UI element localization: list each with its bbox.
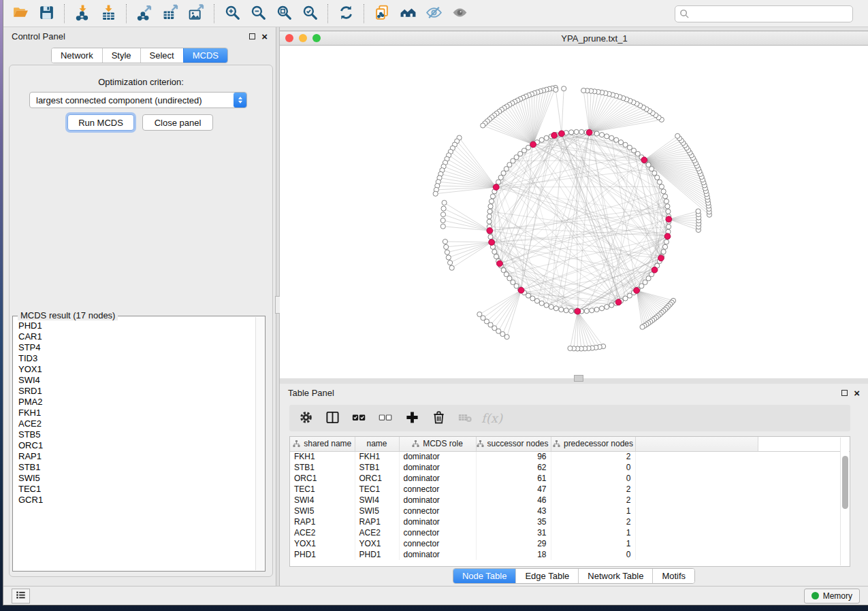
table-row[interactable]: SWI5SWI5connector431 (290, 506, 850, 516)
cell-shared-name[interactable]: PHD1 (290, 549, 355, 560)
tab-edge-table[interactable]: Edge Table (515, 569, 578, 583)
network-edge[interactable] (574, 312, 577, 349)
cell-MCDS-role[interactable]: dominator (399, 495, 476, 506)
network-node[interactable] (448, 261, 453, 265)
tab-select[interactable]: Select (140, 48, 183, 63)
cell-successor-nodes[interactable]: 47 (476, 484, 551, 495)
column-header-MCDS-role[interactable]: MCDS role (399, 437, 476, 451)
mcds-result-item[interactable]: SWI5 (18, 473, 255, 484)
cell-successor-nodes[interactable]: 43 (476, 506, 551, 516)
cell-MCDS-role[interactable]: connector (399, 506, 476, 516)
mcds-hub-node[interactable] (641, 157, 647, 163)
network-node[interactable] (559, 307, 564, 312)
network-edge[interactable] (590, 118, 659, 133)
zoom-fit-button[interactable] (271, 3, 297, 24)
mcds-hub-node[interactable] (615, 299, 622, 306)
cell-successor-nodes[interactable]: 46 (476, 495, 551, 506)
cell-name[interactable]: RAP1 (355, 516, 399, 527)
network-edge[interactable] (556, 90, 562, 133)
mcds-result-item[interactable]: SRD1 (18, 386, 255, 397)
network-edge[interactable] (494, 291, 521, 329)
float-panel-icon[interactable] (841, 390, 848, 396)
mcds-hub-node[interactable] (575, 308, 581, 314)
network-edge[interactable] (611, 138, 637, 291)
network-node[interactable] (490, 194, 495, 199)
mcds-hub-node[interactable] (634, 287, 640, 293)
run-mcds-button[interactable]: Run MCDS (67, 114, 134, 131)
network-node[interactable] (501, 171, 506, 176)
network-node[interactable] (442, 200, 447, 205)
mcds-result-item[interactable]: SWI4 (18, 375, 255, 386)
network-edge[interactable] (533, 90, 543, 144)
splitter-grip[interactable] (574, 375, 583, 382)
network-node[interactable] (609, 303, 614, 308)
mcds-result-item[interactable]: TID3 (18, 353, 255, 364)
network-node[interactable] (487, 209, 492, 214)
network-edge[interactable] (524, 292, 595, 310)
cell-predecessor-nodes[interactable]: 1 (551, 527, 635, 538)
cell-successor-nodes[interactable]: 96 (476, 451, 551, 462)
cell-MCDS-role[interactable]: connector (399, 484, 476, 495)
memory-button[interactable]: Memory (804, 589, 860, 604)
network-node[interactable] (446, 255, 451, 260)
close-panel-button[interactable]: Close panel (142, 114, 213, 131)
network-edge[interactable] (669, 219, 698, 230)
network-edge[interactable] (445, 203, 490, 231)
network-node[interactable] (599, 133, 604, 137)
network-canvas[interactable] (280, 46, 868, 378)
network-edge[interactable] (551, 136, 668, 236)
mcds-hub-node[interactable] (518, 287, 524, 293)
horizontal-splitter[interactable] (280, 378, 868, 384)
mcds-result-item[interactable]: STB1 (18, 462, 255, 473)
network-node[interactable] (549, 304, 553, 309)
network-node[interactable] (599, 306, 604, 311)
network-node[interactable] (655, 175, 660, 180)
network-graph[interactable] (280, 46, 868, 378)
cell-name[interactable]: STB1 (355, 462, 399, 473)
mcds-hub-node[interactable] (487, 228, 493, 234)
network-node[interactable] (594, 307, 599, 312)
column-header-predecessor-nodes[interactable]: predecessor nodes (551, 437, 635, 451)
cell-MCDS-role[interactable]: dominator (399, 473, 476, 484)
mcds-result-item[interactable]: ORC1 (18, 440, 255, 451)
network-node[interactable] (574, 129, 579, 134)
export-web-button[interactable] (369, 3, 395, 24)
network-edge[interactable] (577, 132, 619, 302)
column-header-shared-name[interactable]: shared name (290, 437, 355, 451)
network-edge[interactable] (436, 187, 496, 190)
network-edge[interactable] (491, 291, 521, 325)
network-edge[interactable] (500, 136, 551, 263)
network-node[interactable] (440, 224, 445, 229)
network-edge[interactable] (496, 186, 662, 187)
cell-MCDS-role[interactable]: connector (399, 538, 476, 549)
network-node[interactable] (562, 86, 566, 91)
add-column-button[interactable] (401, 408, 423, 429)
network-node[interactable] (662, 194, 667, 199)
network-node[interactable] (661, 189, 666, 194)
network-node[interactable] (569, 308, 574, 313)
tab-network-table[interactable]: Network Table (578, 569, 652, 583)
network-edge[interactable] (590, 105, 641, 133)
table-scrollbar[interactable] (840, 437, 849, 565)
cell-name[interactable]: ACE2 (355, 527, 399, 538)
save-session-button[interactable] (33, 3, 59, 24)
cell-successor-nodes[interactable]: 18 (476, 549, 551, 560)
table-row[interactable]: STB1STB1dominator620 (290, 462, 850, 473)
network-node[interactable] (618, 140, 623, 145)
network-edge[interactable] (644, 148, 686, 160)
network-node[interactable] (581, 88, 586, 93)
network-edge[interactable] (590, 108, 643, 133)
network-edge[interactable] (513, 160, 644, 161)
export-table-button[interactable] (157, 3, 183, 24)
mcds-hub-node[interactable] (497, 261, 503, 267)
cell-name[interactable]: SWI5 (355, 506, 399, 516)
network-edge[interactable] (450, 242, 492, 263)
network-node[interactable] (590, 308, 594, 313)
table-row[interactable]: PHD1PHD1dominator180 (290, 549, 850, 560)
hide-selected-button[interactable] (421, 3, 447, 24)
network-node[interactable] (544, 135, 549, 140)
network-node[interactable] (664, 199, 669, 203)
network-node[interactable] (614, 137, 619, 142)
cell-MCDS-role[interactable]: connector (399, 527, 476, 538)
cell-shared-name[interactable]: ORC1 (290, 473, 355, 484)
